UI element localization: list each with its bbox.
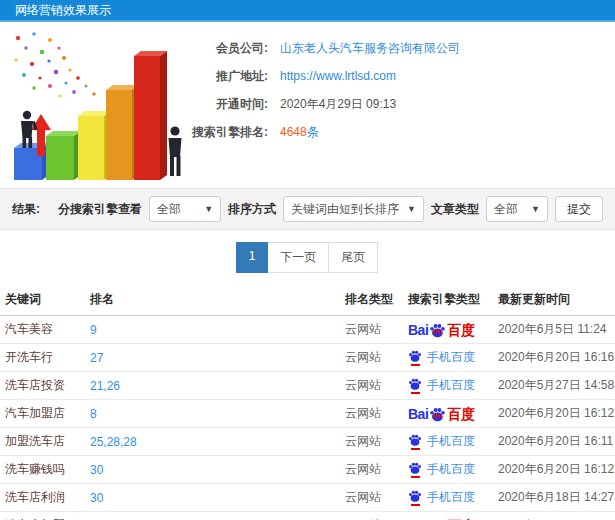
- sort-filter-select[interactable]: 关键词由短到长排序 ▼: [283, 196, 424, 222]
- rank-type-cell: 云网站: [340, 484, 403, 512]
- baidu-logo-du-text: du: [432, 324, 442, 340]
- baidu-paw-icon: [408, 433, 422, 447]
- topbar: 网络营销效果展示: [0, 0, 615, 22]
- result-label: 结果:: [12, 201, 40, 218]
- rank-link[interactable]: 30: [90, 491, 103, 505]
- table-row: 汽车美容9云网站Baidu百度2020年6月5日 11:24: [0, 316, 615, 344]
- table-row: 汽车加盟店8云网站Baidu百度2020年6月20日 16:12: [0, 400, 615, 428]
- baidu-logo-du-text: du: [432, 408, 442, 424]
- sort-filter-label: 排序方式: [228, 201, 276, 218]
- rank-link[interactable]: 30: [90, 463, 103, 477]
- updated-cell: 2020年6月5日 11:24: [493, 316, 615, 344]
- rank-link[interactable]: 25,28,28: [90, 435, 137, 449]
- businessman-right: [169, 126, 182, 176]
- ranking-table: 关键词 排名 排名类型 搜索引擎类型 最新更新时间 汽车美容9云网站Baidu百…: [0, 283, 615, 520]
- mobile-baidu-logo: 手机百度: [408, 433, 475, 450]
- updated-cell: 2020年6月18日 14:27: [493, 484, 615, 512]
- url-label: 推广地址:: [190, 68, 268, 85]
- last-page-button[interactable]: 尾页: [328, 242, 378, 273]
- company-label: 会员公司:: [190, 40, 268, 57]
- mobile-baidu-label: 手机百度: [427, 461, 475, 478]
- keyword-cell: 汽车加盟店: [0, 400, 85, 428]
- rank-type-cell: 云网站: [340, 456, 403, 484]
- mobile-baidu-paw-icon: [408, 433, 422, 450]
- baidu-paw-icon: [408, 489, 422, 503]
- keyword-cell: 洗车赚钱吗: [0, 456, 85, 484]
- mobile-baidu-paw-icon: [408, 377, 422, 394]
- rank-count-number: 4648: [280, 125, 307, 139]
- page-title: 网络营销效果展示: [15, 2, 111, 19]
- mobile-baidu-paw-icon: [408, 461, 422, 478]
- engine-type-cell: 手机百度: [403, 484, 493, 512]
- mobile-baidu-underline: [411, 392, 420, 394]
- baidu-logo: Baidu百度: [408, 406, 475, 422]
- baidu-paw-icon: du: [429, 322, 446, 339]
- baidu-paw-icon: du: [429, 406, 446, 423]
- updated-cell: 2020年6月20日 16:12: [493, 400, 615, 428]
- baidu-logo-bai-text: Bai: [408, 406, 428, 422]
- page-button-1[interactable]: 1: [236, 242, 269, 273]
- engine-type-cell: Baidu百度: [403, 512, 493, 520]
- updated-cell: 2020年6月20日 16:16: [493, 344, 615, 372]
- next-page-button[interactable]: 下一页: [267, 242, 329, 273]
- rank-link[interactable]: 9: [90, 323, 97, 337]
- info-row-url: 推广地址: https://www.lrtlsd.com: [190, 62, 615, 90]
- engine-type-cell: 手机百度: [403, 456, 493, 484]
- submit-button[interactable]: 提交: [555, 196, 603, 222]
- mobile-baidu-paw-icon: [408, 349, 422, 366]
- rank-type-cell: 云网站: [340, 512, 403, 520]
- bar-chart-graphic: [4, 28, 186, 186]
- updated-cell: 2020年6月18日 14:30: [493, 512, 615, 520]
- engine-type-cell: 手机百度: [403, 344, 493, 372]
- info-rows: 会员公司: 山东老人头汽车服务咨询有限公司 推广地址: https://www.…: [190, 22, 615, 188]
- rank-type-cell: 云网站: [340, 316, 403, 344]
- promotion-url-link[interactable]: https://www.lrtlsd.com: [280, 69, 396, 83]
- rank-type-cell: 云网站: [340, 372, 403, 400]
- rank-cell: 21,26: [85, 372, 340, 400]
- article-type-select[interactable]: 全部 ▼: [486, 196, 548, 222]
- company-link[interactable]: 山东老人头汽车服务咨询有限公司: [280, 40, 460, 57]
- baidu-logo-cn-text: 百度: [447, 406, 475, 422]
- rank-cell: 30: [85, 484, 340, 512]
- mobile-baidu-label: 手机百度: [427, 489, 475, 506]
- engine-filter-select[interactable]: 全部 ▼: [149, 196, 221, 222]
- chevron-down-icon: ▼: [531, 204, 540, 214]
- header-updated: 最新更新时间: [493, 283, 615, 316]
- mobile-baidu-label: 手机百度: [427, 349, 475, 366]
- updated-cell: 2020年5月27日 14:58: [493, 372, 615, 400]
- rank-link[interactable]: 8: [90, 407, 97, 421]
- engine-type-cell: 手机百度: [403, 372, 493, 400]
- table-row: 洗车店加盟3云网站Baidu百度2020年6月18日 14:30: [0, 512, 615, 520]
- confetti-dots: [14, 32, 96, 97]
- rank-type-cell: 云网站: [340, 400, 403, 428]
- engine-filter-value: 全部: [157, 201, 196, 218]
- keyword-cell: 加盟洗车店: [0, 428, 85, 456]
- info-row-rank: 搜索引擎排名: 4648条: [190, 118, 615, 146]
- engine-type-cell: Baidu百度: [403, 316, 493, 344]
- keyword-cell: 洗车店投资: [0, 372, 85, 400]
- baidu-paw-icon: [408, 349, 422, 363]
- rank-cell: 27: [85, 344, 340, 372]
- mobile-baidu-paw-icon: [408, 489, 422, 506]
- table-body: 汽车美容9云网站Baidu百度2020年6月5日 11:24开洗车行27云网站手…: [0, 316, 615, 520]
- mobile-baidu-logo: 手机百度: [408, 489, 475, 506]
- updated-cell: 2020年6月20日 16:11: [493, 428, 615, 456]
- rank-label: 搜索引擎排名:: [190, 124, 268, 141]
- rank-link[interactable]: 21,26: [90, 379, 120, 393]
- table-row: 洗车赚钱吗30云网站手机百度2020年6月20日 16:12: [0, 456, 615, 484]
- info-row-company: 会员公司: 山东老人头汽车服务咨询有限公司: [190, 34, 615, 62]
- header-rank-type: 排名类型: [340, 283, 403, 316]
- baidu-paw-icon: [408, 377, 422, 391]
- open-time-label: 开通时间:: [190, 96, 268, 113]
- keyword-cell: 洗车店利润: [0, 484, 85, 512]
- keyword-cell: 洗车店加盟: [0, 512, 85, 520]
- mobile-baidu-logo: 手机百度: [408, 461, 475, 478]
- table-row: 洗车店利润30云网站手机百度2020年6月18日 14:27: [0, 484, 615, 512]
- filter-bar: 结果: 分搜索引擎查看 全部 ▼ 排序方式 关键词由短到长排序 ▼ 文章类型 全…: [0, 188, 615, 230]
- table-row: 加盟洗车店25,28,28云网站手机百度2020年6月20日 16:11: [0, 428, 615, 456]
- rank-cell: 8: [85, 400, 340, 428]
- bars: [14, 51, 167, 180]
- rank-type-cell: 云网站: [340, 428, 403, 456]
- mobile-baidu-underline: [411, 476, 420, 478]
- rank-link[interactable]: 27: [90, 351, 103, 365]
